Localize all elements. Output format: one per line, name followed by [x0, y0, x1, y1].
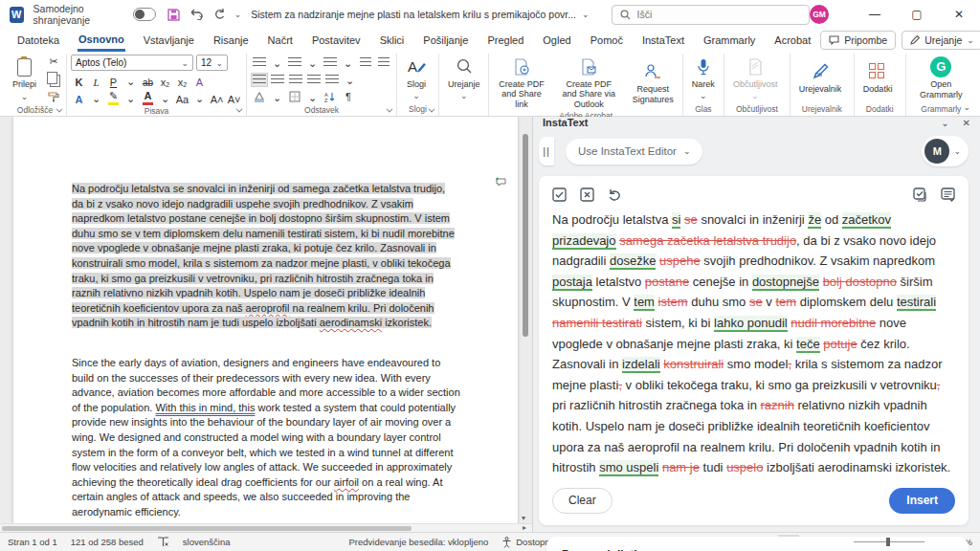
change-case-button[interactable]: Aa — [174, 90, 190, 105]
addins-button[interactable]: Dodatki — [858, 59, 898, 96]
tab-grammarly[interactable]: Grammarly — [694, 29, 765, 52]
decrease-indent-icon[interactable] — [357, 55, 374, 70]
copy-result-icon[interactable] — [913, 187, 927, 202]
inserted-text[interactable]: postaja — [552, 275, 592, 291]
tab-načrt[interactable]: Načrt — [258, 29, 302, 52]
word-logo-icon[interactable]: W — [10, 7, 24, 23]
request-signatures-button[interactable]: Request Signatures — [628, 59, 679, 106]
word-count[interactable]: 121 od 258 besed — [71, 537, 144, 547]
tab-datoteka[interactable]: Datoteka — [8, 29, 69, 52]
align-left-icon[interactable] — [251, 73, 268, 87]
deleted-text[interactable]: se — [684, 212, 698, 227]
inserted-text[interactable]: si — [672, 212, 680, 229]
deleted-text[interactable]: samega začetka letalstva trudijo — [619, 233, 796, 248]
inserted-text[interactable]: teče — [796, 337, 820, 353]
autosave-control[interactable]: Samodejno shranjevanje — [33, 3, 156, 26]
close-button[interactable]: ✕ — [938, 0, 980, 29]
account-avatar[interactable]: GM — [810, 5, 829, 24]
clear-button[interactable]: Clear — [552, 488, 612, 514]
italic-button[interactable]: L — [88, 73, 104, 88]
scroll-right-arrow-icon[interactable]: ▸ — [523, 523, 526, 532]
instatext-account-button[interactable]: M ⌄ — [922, 136, 969, 166]
bullets-icon[interactable] — [251, 55, 268, 70]
tab-postavitev[interactable]: Postavitev — [302, 29, 370, 52]
inserted-text[interactable]: dostopnejše — [752, 275, 819, 291]
font-size-select[interactable]: 12⌄ — [196, 55, 228, 71]
deleted-text[interactable]: nam je — [662, 460, 700, 474]
inserted-text[interactable]: že — [808, 212, 821, 229]
insert-button[interactable]: Insert — [889, 488, 955, 514]
tab-pomoč[interactable]: Pomoč — [581, 29, 633, 52]
minimize-button[interactable]: — — [854, 0, 896, 29]
autosave-toggle[interactable] — [133, 8, 156, 21]
dialog-launcher-icon[interactable] — [56, 106, 63, 113]
multilevel-list-icon[interactable] — [322, 55, 339, 70]
sort-icon[interactable]: AZ — [322, 90, 339, 104]
proofing-icon[interactable] — [157, 537, 169, 547]
tab-pošiljanje[interactable]: Pošiljanje — [413, 29, 478, 52]
inserted-text[interactable]: smo uspeli — [599, 460, 658, 476]
editing-menu-button[interactable]: Urejanje⌄ — [443, 55, 485, 103]
format-painter-icon[interactable] — [45, 89, 62, 103]
undo-icon[interactable] — [189, 9, 204, 20]
deleted-text[interactable]: istem — [658, 295, 688, 309]
deleted-text[interactable]: namenili testirati — [552, 316, 642, 330]
deleted-text[interactable]: potuje — [823, 337, 857, 351]
scroll-down-arrow-icon[interactable]: ▾ — [522, 514, 525, 522]
document-title[interactable]: Sistem za nadziranje mejne plasti na let… — [251, 9, 589, 20]
tab-osnovno[interactable]: Osnovno — [69, 29, 134, 52]
paragraph-slovenian-selected[interactable]: Na področju letalstva se snovalci in inž… — [72, 182, 458, 331]
reject-all-icon[interactable] — [580, 187, 594, 202]
deleted-text[interactable]: se — [749, 295, 763, 309]
add-comment-icon[interactable] — [495, 176, 507, 187]
borders-icon[interactable] — [286, 90, 303, 104]
language-indicator[interactable]: slovenščina — [183, 537, 231, 547]
quick-access-overflow-icon[interactable]: ⌄ — [234, 10, 242, 19]
subscript-button[interactable]: x2 — [157, 73, 173, 88]
inserted-text[interactable]: dosežke — [610, 253, 656, 270]
deleted-text[interactable]: nudil morebitne — [791, 316, 876, 330]
highlight-color-button[interactable]: ✎ — [105, 90, 122, 105]
paragraph-english[interactable]: Since the early days of aviation, design… — [72, 356, 460, 520]
text-effects-icon[interactable]: A — [191, 73, 208, 88]
horizontal-scrollbar-thumb[interactable] — [2, 526, 412, 531]
text-prediction-indicator[interactable]: Predvidevanje besedila: vklopljeno — [348, 537, 488, 547]
vertical-scrollbar[interactable]: ▾ — [523, 121, 529, 522]
inserted-text[interactable]: testirali — [897, 295, 936, 311]
dictate-button[interactable]: Narek⌄ — [687, 55, 720, 103]
dialog-launcher-icon[interactable] — [387, 106, 393, 113]
line-spacing-icon[interactable] — [323, 73, 341, 87]
compare-text-icon[interactable] — [941, 187, 955, 202]
pane-close-icon[interactable]: ✕ — [963, 118, 970, 128]
deleted-text[interactable]: konstruirali — [663, 357, 724, 371]
horizontal-scrollbar[interactable]: ▸ — [0, 523, 532, 532]
vertical-scrollbar-thumb[interactable] — [523, 134, 528, 337]
align-center-icon[interactable] — [269, 73, 286, 87]
font-color-button[interactable]: A — [140, 90, 156, 105]
collapse-ribbon-icon[interactable]: ⌄ — [963, 102, 970, 112]
underline-menu-icon[interactable]: ⌄ — [122, 73, 139, 88]
wordart-icon[interactable]: A — [71, 90, 87, 105]
tab-pregled[interactable]: Pregled — [478, 29, 533, 52]
inserted-text[interactable]: lahko ponudil — [714, 316, 788, 332]
open-grammarly-button[interactable]: G Open Grammarly — [910, 55, 972, 101]
dialog-launcher-icon[interactable] — [429, 106, 435, 113]
copy-icon[interactable] — [45, 72, 62, 86]
tab-acrobat[interactable]: Acrobat — [765, 29, 820, 52]
tab-instatext[interactable]: InstaText — [633, 29, 694, 52]
shading-icon[interactable] — [251, 90, 268, 104]
save-icon[interactable] — [167, 9, 180, 21]
tab-risanje[interactable]: Risanje — [204, 29, 258, 52]
pane-drag-handle[interactable]: || — [539, 137, 554, 165]
suggestion-text[interactable]: Na področju letalstva si se snovalci in … — [552, 209, 955, 478]
pane-options-chevron-icon[interactable]: ⌄ — [941, 118, 948, 128]
personal-dictionary-toggle[interactable]: Personal dictionary ⌄ — [546, 537, 969, 551]
shrink-font-button[interactable]: A˅ — [226, 90, 242, 105]
pilcrow-icon[interactable]: ¶ — [340, 90, 357, 104]
page-indicator[interactable]: Stran 1 od 1 — [8, 537, 57, 547]
zoom-slider-thumb[interactable] — [886, 538, 890, 546]
superscript-button[interactable]: x2 — [174, 73, 190, 88]
zoom-slider[interactable] — [854, 541, 924, 542]
deleted-text[interactable]: , — [937, 378, 941, 392]
inserted-text[interactable]: tem — [634, 295, 655, 311]
